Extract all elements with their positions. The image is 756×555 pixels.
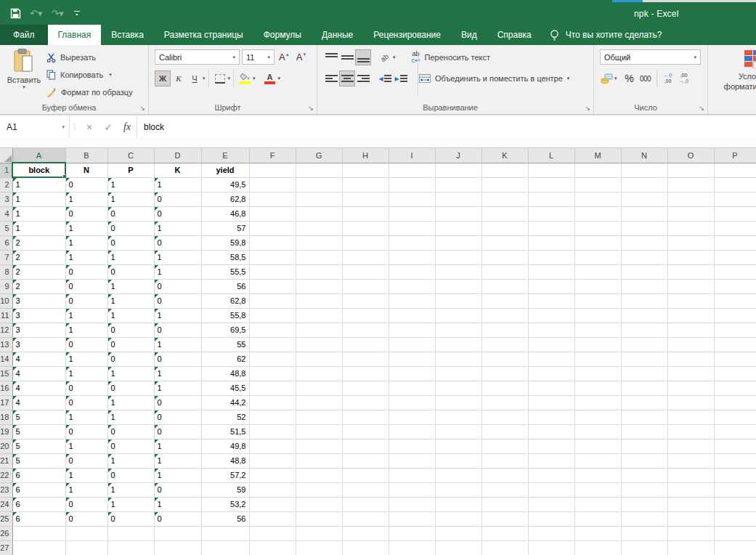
cell-L24[interactable] (528, 497, 574, 511)
cell-M20[interactable] (574, 439, 621, 453)
cell-N22[interactable] (621, 468, 667, 482)
column-header-B[interactable]: B (65, 148, 107, 163)
orientation-dropdown-icon[interactable]: ▾ (393, 54, 396, 60)
name-box-dropdown-icon[interactable]: ▾ (62, 124, 65, 130)
cell-I12[interactable] (389, 323, 435, 337)
cell-P14[interactable] (714, 352, 756, 366)
cell-P2[interactable] (714, 177, 756, 192)
cell-O11[interactable] (667, 308, 714, 323)
cell-C19[interactable]: 0 (107, 424, 154, 439)
cell-E22[interactable]: 57,2 (201, 468, 249, 482)
cell-M13[interactable] (574, 337, 621, 352)
cell-D23[interactable]: 0 (154, 482, 201, 497)
cell-E16[interactable]: 45,5 (201, 381, 249, 395)
row-header-22[interactable]: 22 (0, 468, 12, 482)
cell-M9[interactable] (574, 279, 621, 293)
cell-B15[interactable]: 1 (65, 366, 107, 381)
align-right-button[interactable] (355, 70, 371, 86)
cell-A17[interactable]: 4 (12, 395, 65, 410)
cell-L13[interactable] (528, 337, 574, 352)
column-header-L[interactable]: L (528, 148, 574, 163)
cell-M3[interactable] (574, 192, 621, 206)
cell-L7[interactable] (528, 250, 574, 264)
cell-G8[interactable] (296, 264, 342, 279)
cell-O5[interactable] (667, 221, 714, 235)
cell-F12[interactable] (249, 323, 296, 337)
align-center-button[interactable] (339, 70, 355, 86)
cell-H16[interactable] (342, 381, 389, 395)
cell-E6[interactable]: 59,8 (201, 235, 249, 250)
cell-K23[interactable] (481, 482, 528, 497)
column-header-I[interactable]: I (389, 148, 435, 163)
cell-A10[interactable]: 3 (12, 293, 65, 308)
cell-N5[interactable] (621, 221, 667, 235)
cell-O15[interactable] (667, 366, 714, 381)
wrap-text-button[interactable]: abc↩ Переносить текст (412, 51, 490, 64)
cell-K19[interactable] (481, 424, 528, 439)
cell-K11[interactable] (481, 308, 528, 323)
cell-C18[interactable]: 1 (107, 410, 154, 424)
cell-I17[interactable] (389, 395, 435, 410)
accounting-dropdown-icon[interactable]: ▾ (614, 76, 617, 81)
cell-G15[interactable] (296, 366, 342, 381)
cell-L12[interactable] (528, 323, 574, 337)
cell-C22[interactable]: 0 (107, 468, 154, 482)
cell-K22[interactable] (481, 468, 528, 482)
cell-J26[interactable] (435, 526, 481, 540)
cell-L9[interactable] (528, 279, 574, 293)
cell-J7[interactable] (435, 250, 481, 264)
cell-E1[interactable]: yield (201, 163, 249, 177)
tab-справка[interactable]: Справка (487, 25, 542, 45)
cell-H26[interactable] (342, 526, 389, 540)
cell-C4[interactable]: 0 (107, 206, 154, 221)
undo-dropdown-icon[interactable]: ▾ (38, 9, 43, 19)
cell-N24[interactable] (621, 497, 667, 511)
row-header-12[interactable]: 12 (0, 323, 12, 337)
cell-K10[interactable] (481, 293, 528, 308)
cell-I26[interactable] (389, 526, 435, 540)
cell-I10[interactable] (389, 293, 435, 308)
cell-A19[interactable]: 5 (12, 424, 65, 439)
row-header-27[interactable]: 27 (0, 540, 12, 555)
cell-H19[interactable] (342, 424, 389, 439)
cell-G4[interactable] (296, 206, 342, 221)
cell-F25[interactable] (249, 511, 296, 526)
cell-P26[interactable] (714, 526, 756, 540)
cell-J15[interactable] (435, 366, 481, 381)
cell-H15[interactable] (342, 366, 389, 381)
cell-N15[interactable] (621, 366, 667, 381)
cell-M17[interactable] (574, 395, 621, 410)
cell-M2[interactable] (574, 177, 621, 192)
cell-C3[interactable]: 1 (107, 192, 154, 206)
tab-рецензирование[interactable]: Рецензирование (363, 25, 451, 45)
cell-I4[interactable] (389, 206, 435, 221)
cell-C13[interactable]: 0 (107, 337, 154, 352)
cell-P25[interactable] (714, 511, 756, 526)
cell-F26[interactable] (249, 526, 296, 540)
cell-J25[interactable] (435, 511, 481, 526)
tab-разметка-страницы[interactable]: Разметка страницы (154, 25, 253, 45)
cell-F20[interactable] (249, 439, 296, 453)
cell-M16[interactable] (574, 381, 621, 395)
cell-B4[interactable]: 0 (65, 206, 107, 221)
cell-L26[interactable] (528, 526, 574, 540)
cell-C11[interactable]: 1 (107, 308, 154, 323)
cell-B3[interactable]: 1 (65, 192, 107, 206)
cell-H4[interactable] (342, 206, 389, 221)
cell-F21[interactable] (249, 453, 296, 468)
cell-B25[interactable]: 0 (65, 511, 107, 526)
column-header-M[interactable]: M (574, 148, 621, 163)
cell-C10[interactable]: 1 (107, 293, 154, 308)
row-header-8[interactable]: 8 (0, 264, 12, 279)
cell-G26[interactable] (296, 526, 342, 540)
cell-P15[interactable] (714, 366, 756, 381)
cell-L19[interactable] (528, 424, 574, 439)
row-header-19[interactable]: 19 (0, 424, 12, 439)
tab-данные[interactable]: Данные (312, 25, 363, 45)
cell-P19[interactable] (714, 424, 756, 439)
cell-F18[interactable] (249, 410, 296, 424)
fill-color-button[interactable] (237, 70, 253, 86)
cell-H9[interactable] (342, 279, 389, 293)
column-header-J[interactable]: J (435, 148, 481, 163)
cell-I15[interactable] (389, 366, 435, 381)
